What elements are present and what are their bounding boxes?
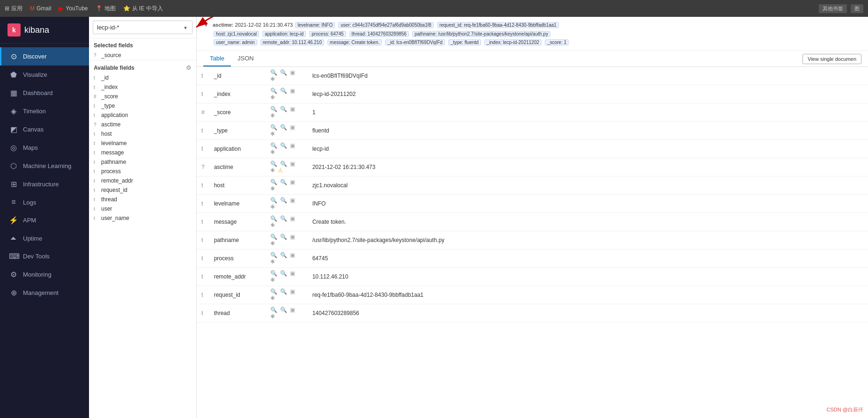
zoom-in-icon[interactable]: 🔍	[270, 234, 277, 240]
fields-gear-button[interactable]: ⚙	[186, 64, 192, 71]
index-pattern-select[interactable]: lecp-id-*	[93, 21, 193, 34]
avail-field-user[interactable]: tuser	[89, 204, 196, 213]
star-icon[interactable]: ✱	[270, 185, 275, 192]
zoom-in-icon[interactable]: 🔍	[270, 88, 277, 94]
other-bookmarks-button[interactable]: 其他书签	[819, 4, 847, 13]
zoom-in-icon[interactable]: 🔍	[270, 270, 277, 277]
avail-field-message[interactable]: tmessage	[89, 148, 196, 157]
avail-field-_index[interactable]: t_index	[89, 82, 196, 92]
zoom-in-icon[interactable]: 🔍	[270, 307, 277, 313]
star-icon[interactable]: ✱	[270, 131, 275, 137]
tab-json[interactable]: JSON	[231, 51, 260, 66]
zoom-in-icon[interactable]: 🔍	[270, 197, 277, 204]
avail-field-user_name[interactable]: tuser_name	[89, 213, 196, 223]
gmail-link[interactable]: M Gmail	[30, 5, 51, 12]
zoom-in-icon[interactable]: 🔍	[270, 106, 277, 112]
columns-icon[interactable]: ▣	[290, 270, 295, 277]
zoom-in-icon[interactable]: 🔍	[270, 215, 277, 222]
avail-field-thread[interactable]: tthread	[89, 195, 196, 204]
star-icon[interactable]: ✱	[270, 204, 275, 210]
star-icon[interactable]: ✱	[270, 240, 275, 247]
avail-field-process[interactable]: tprocess	[89, 167, 196, 176]
sidebar-item-dashboard[interactable]: ▦Dashboard	[0, 84, 89, 102]
zoom-out-icon[interactable]: 🔍	[280, 197, 287, 204]
star-icon[interactable]: ✱	[270, 295, 275, 301]
columns-icon[interactable]: ▣	[290, 124, 295, 131]
zoom-out-icon[interactable]: 🔍	[280, 124, 287, 131]
avail-field-_type[interactable]: t_type	[89, 101, 196, 110]
star-icon[interactable]: ✱	[270, 112, 275, 119]
sidebar-item-visualize[interactable]: ⬟Visualize	[0, 66, 89, 84]
row-actions: 🔍 🔍 ▣ ✱	[266, 249, 308, 268]
zoom-in-icon[interactable]: 🔍	[270, 124, 277, 131]
columns-icon[interactable]: ▣	[290, 307, 295, 313]
zoom-out-icon[interactable]: 🔍	[280, 88, 287, 94]
avail-field-_id[interactable]: t_id	[89, 73, 196, 82]
columns-icon[interactable]: ▣	[290, 215, 295, 222]
zoom-out-icon[interactable]: 🔍	[280, 69, 287, 76]
columns-icon[interactable]: ▣	[290, 288, 295, 295]
columns-icon[interactable]: ▣	[290, 88, 295, 94]
zoom-in-icon[interactable]: 🔍	[270, 288, 277, 295]
zoom-out-icon[interactable]: 🔍	[280, 288, 287, 295]
avail-field-pathname[interactable]: tpathname	[89, 157, 196, 167]
avail-field-_score[interactable]: #_score	[89, 92, 196, 101]
tab-table[interactable]: Table	[203, 51, 231, 66]
zoom-in-icon[interactable]: 🔍	[270, 252, 277, 258]
zoom-in-icon[interactable]: 🔍	[270, 69, 277, 76]
maps-link[interactable]: 📍 地图	[96, 5, 116, 13]
avail-field-remote_addr[interactable]: tremote_addr	[89, 176, 196, 185]
avail-field-levelname[interactable]: tlevelname	[89, 139, 196, 148]
zoom-in-icon[interactable]: 🔍	[270, 179, 277, 185]
star-icon[interactable]: ✱	[270, 76, 275, 82]
star-icon[interactable]: ✱	[270, 277, 275, 283]
columns-icon[interactable]: ▣	[290, 179, 295, 185]
sidebar-item-apm[interactable]: ⚡APM	[0, 211, 89, 229]
zoom-in-icon[interactable]: 🔍	[270, 142, 277, 149]
star-icon[interactable]: ✱	[270, 313, 275, 320]
star-icon[interactable]: ✱	[270, 258, 275, 265]
bookmarks-link[interactable]: ⭐ 从 IE 中导入	[123, 5, 163, 13]
zoom-out-icon[interactable]: 🔍	[280, 179, 287, 185]
columns-icon[interactable]: ▣	[290, 234, 295, 240]
star-icon[interactable]: ✱	[270, 149, 275, 155]
avail-field-application[interactable]: tapplication	[89, 110, 196, 120]
star-icon[interactable]: ✱	[270, 222, 275, 228]
sidebar-item-management[interactable]: ⊕Management	[0, 284, 89, 302]
sidebar-item-maps[interactable]: ◎Maps	[0, 139, 89, 157]
reading-list-button[interactable]: 图	[851, 4, 863, 13]
zoom-out-icon[interactable]: 🔍	[280, 215, 287, 222]
apps-menu[interactable]: ⊞ 应用	[5, 5, 22, 13]
zoom-out-icon[interactable]: 🔍	[280, 161, 287, 167]
columns-icon[interactable]: ▣	[290, 197, 295, 204]
zoom-out-icon[interactable]: 🔍	[280, 307, 287, 313]
columns-icon[interactable]: ▣	[290, 252, 295, 258]
avail-field-host[interactable]: thost	[89, 129, 196, 139]
selected-field-_source[interactable]: ?_source	[89, 51, 196, 60]
youtube-link[interactable]: ▶ YouTube	[59, 5, 88, 12]
zoom-out-icon[interactable]: 🔍	[280, 106, 287, 112]
columns-icon[interactable]: ▣	[290, 106, 295, 112]
avail-field-asctime[interactable]: ?asctime	[89, 120, 196, 129]
zoom-out-icon[interactable]: 🔍	[280, 234, 287, 240]
zoom-out-icon[interactable]: 🔍	[280, 252, 287, 258]
sidebar-item-monitoring[interactable]: ⚙Monitoring	[0, 265, 89, 284]
avail-field-request_id[interactable]: trequest_id	[89, 185, 196, 195]
zoom-out-icon[interactable]: 🔍	[280, 270, 287, 277]
sidebar-item-logs[interactable]: ≡Logs	[0, 193, 89, 211]
columns-icon[interactable]: ▣	[290, 161, 295, 167]
sidebar-item-timelion[interactable]: ◈Timelion	[0, 102, 89, 120]
sidebar-item-infrastructure[interactable]: ⊞Infrastructure	[0, 175, 89, 193]
zoom-out-icon[interactable]: 🔍	[280, 142, 287, 149]
star-icon[interactable]: ✱	[270, 94, 275, 101]
columns-icon[interactable]: ▣	[290, 142, 295, 149]
sidebar-item-canvas[interactable]: ◩Canvas	[0, 120, 89, 139]
star-icon[interactable]: ✱	[270, 167, 275, 174]
columns-icon[interactable]: ▣	[290, 69, 295, 76]
sidebar-item-uptime[interactable]: ⏶Uptime	[0, 229, 89, 247]
sidebar-item-devtools[interactable]: ⌨Dev Tools	[0, 247, 89, 265]
zoom-in-icon[interactable]: 🔍	[270, 161, 277, 167]
sidebar-item-discover[interactable]: ⊙Discover	[0, 47, 89, 66]
sidebar-item-ml[interactable]: ⬡Machine Learning	[0, 157, 89, 175]
view-single-button[interactable]: View single documen	[802, 54, 861, 64]
